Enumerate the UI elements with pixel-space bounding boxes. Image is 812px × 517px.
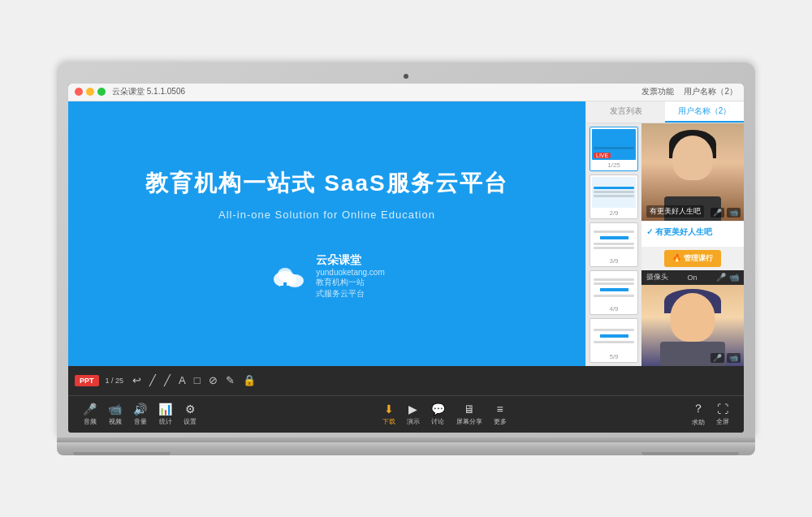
audio-label: 音频	[84, 417, 97, 426]
chat-icon: 💬	[431, 403, 445, 416]
window-title-right: 发票功能 用户名称（2）	[641, 86, 737, 97]
tab-users[interactable]: 用户名称（2）	[665, 101, 744, 123]
ctrl-chat[interactable]: 💬 讨论	[426, 403, 450, 426]
vl-icon-2[interactable]: 📹	[729, 273, 739, 282]
live-badge: LIVE	[594, 153, 611, 158]
more-label: 更多	[494, 417, 507, 426]
cam-btn-2[interactable]: 📹	[727, 353, 741, 363]
slide-sub-text: All-in-one Solution for Online Education	[218, 209, 435, 221]
ppt-btn[interactable]: PPT	[75, 375, 99, 386]
toolbar-pen[interactable]: ╱	[147, 374, 158, 386]
ctrl-audio[interactable]: 🎤 音频	[78, 403, 102, 426]
chat-sender: ✓ 有更美好人生吧	[646, 227, 712, 236]
chat-msg-1: ✓ 有更美好人生吧	[646, 226, 739, 238]
slide-toolbar: PPT 1 / 25 ↩ ╱ ╱ A □ ⊘ ✎ 🔒	[68, 366, 744, 395]
toolbar-rect[interactable]: □	[192, 374, 203, 386]
video-label-text: 摄像头	[646, 272, 668, 282]
right-panel: 发言列表 用户名称（2）	[585, 101, 744, 366]
svg-point-2	[278, 268, 292, 281]
ctrl-volume[interactable]: 🔊 音量	[128, 403, 152, 426]
ctrl-video[interactable]: 📹 视频	[103, 403, 127, 426]
laptop-foot-right	[641, 452, 739, 455]
laptop-base	[57, 442, 755, 455]
present-icon: ▶	[408, 403, 417, 416]
thumb-5[interactable]: 5/9	[590, 318, 638, 363]
stats-label: 统计	[159, 417, 172, 426]
chat-area: ✓ 有更美好人生吧	[641, 221, 744, 247]
ctrl-fullscreen[interactable]: ⛶ 全屏	[711, 403, 734, 426]
video-label: 视频	[109, 417, 122, 426]
slide-area: 教育机构一站式 SaaS服务云平台 All-in-one Solution fo…	[68, 101, 585, 366]
download-icon: ⬇	[384, 403, 394, 416]
more-icon: ≡	[496, 403, 503, 416]
vl-icon-1[interactable]: 🎤	[716, 273, 726, 282]
screen-bezel: 云朵课堂 5.1.1.0506 发票功能 用户名称（2） 教育机构一站式 Saa…	[57, 62, 755, 437]
user-info: 用户名称（2）	[684, 86, 737, 97]
ctrl-present[interactable]: ▶ 演示	[402, 403, 425, 426]
mic-btn-2[interactable]: 🎤	[710, 353, 724, 363]
laptop-wrapper: 云朵课堂 5.1.1.0506 发票功能 用户名称（2） 教育机构一站式 Saa…	[57, 62, 755, 455]
app-body: 教育机构一站式 SaaS服务云平台 All-in-one Solution fo…	[68, 101, 744, 366]
window-controls	[75, 88, 106, 96]
cloud-icon	[269, 261, 308, 291]
cam-btn-1[interactable]: 📹	[727, 208, 741, 218]
manage-button[interactable]: 🔥 管理课行	[664, 250, 721, 267]
video-label-bar: 摄像头 On 🎤 📹	[641, 270, 744, 285]
thumb-1[interactable]: LIVE 1/25	[590, 127, 638, 171]
toolbar-line[interactable]: ╱	[162, 374, 173, 386]
volume-icon: 🔊	[133, 403, 147, 416]
on-label: On	[687, 274, 697, 282]
toolbar-text[interactable]: A	[176, 374, 188, 386]
ctrl-download[interactable]: ⬇ 下载	[378, 403, 400, 426]
window-title: 云朵课堂 5.1.1.0506	[112, 86, 185, 97]
rp-content: LIVE 1/25	[586, 123, 744, 366]
slide-thumbs: LIVE 1/25	[586, 123, 641, 366]
tab-speech-list[interactable]: 发言列表	[586, 101, 665, 123]
manage-actions: 🔥 管理课行	[641, 247, 744, 270]
laptop-hinge	[57, 437, 755, 442]
thumb-5-number: 5/9	[592, 353, 636, 360]
thumb-1-number: 1/25	[592, 162, 636, 169]
thumb-2[interactable]: 2/9	[590, 174, 638, 219]
mic-btn-1[interactable]: 🎤	[710, 208, 724, 218]
slide-info: 1 / 25	[106, 377, 124, 385]
slide-main-text: 教育机构一站式 SaaS服务云平台	[145, 168, 508, 199]
toolbar-lock[interactable]: 🔒	[240, 374, 258, 386]
ctrl-settings[interactable]: ⚙ 设置	[179, 403, 201, 426]
close-button[interactable]	[75, 88, 83, 96]
video-label-icons: 🎤 📹	[716, 273, 739, 282]
help-label: 求助	[692, 418, 705, 427]
ctrl-screenshare[interactable]: 🖥 屏幕分享	[451, 403, 487, 426]
present-label: 演示	[407, 417, 420, 426]
video-controls-2: 🎤 📹	[710, 353, 741, 363]
video-icon: 📹	[108, 403, 122, 416]
fullscreen-label: 全屏	[716, 417, 729, 426]
window-chrome: 云朵课堂 5.1.1.0506 发票功能 用户名称（2）	[68, 84, 744, 101]
right-panel-tabs: 发言列表 用户名称（2）	[586, 101, 744, 123]
audio-icon: 🎤	[83, 403, 97, 416]
ctrl-stats[interactable]: 📊 统计	[153, 403, 177, 426]
slide-logo-area: 云朵课堂 yunduoketang.com 教育机构一站 式服务云平台	[269, 253, 385, 299]
toolbar-erase[interactable]: ⊘	[206, 374, 220, 386]
video-controls-1: 🎤 📹	[710, 208, 741, 218]
ctrl-help[interactable]: ？ 求助	[687, 402, 710, 427]
download-label: 下载	[382, 417, 395, 426]
minimize-button[interactable]	[86, 88, 94, 96]
thumb-4[interactable]: 4/9	[590, 270, 638, 315]
maximize-button[interactable]	[97, 88, 106, 96]
thumb-3-number: 3/9	[592, 257, 636, 265]
user2-face	[671, 293, 715, 342]
camera	[404, 74, 408, 79]
logo-text-block: 云朵课堂 yunduoketang.com 教育机构一站 式服务云平台	[316, 253, 385, 299]
control-bar: 🎤 音频 📹 视频 🔊 音量 📊 统计 ⚙ 设置	[68, 395, 744, 433]
ctrl-more[interactable]: ≡ 更多	[489, 403, 512, 426]
fullscreen-icon: ⛶	[717, 403, 728, 416]
laptop-foot-left	[73, 452, 171, 455]
toolbar-undo[interactable]: ↩	[130, 374, 144, 386]
settings-label: 设置	[184, 417, 197, 426]
laptop-screen: 云朵课堂 5.1.1.0506 发票功能 用户名称（2） 教育机构一站式 Saa…	[68, 84, 744, 433]
invoice-link[interactable]: 发票功能	[641, 86, 674, 97]
user1-face	[672, 136, 713, 180]
toolbar-pencil[interactable]: ✎	[223, 374, 237, 386]
thumb-3[interactable]: 3/9	[590, 222, 638, 267]
